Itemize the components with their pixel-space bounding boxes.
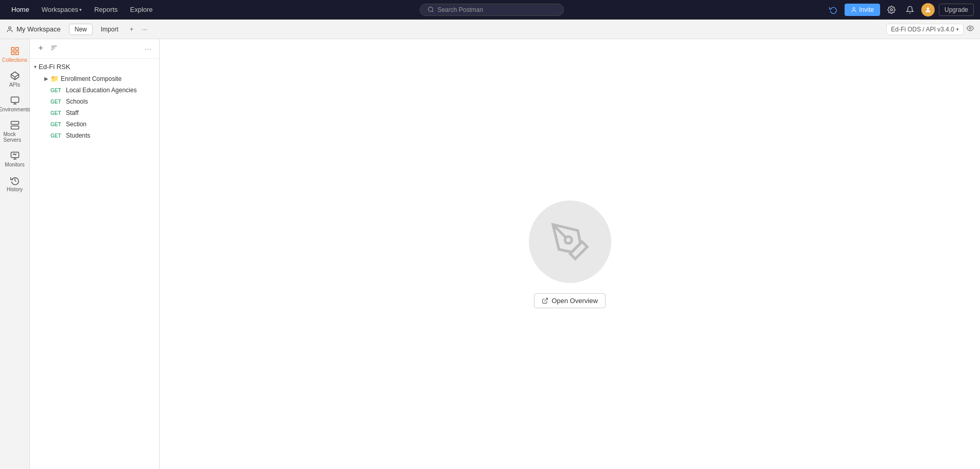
svg-line-31 (545, 298, 548, 301)
collection-root-name: Ed-Fi RSK (39, 63, 70, 71)
sidebar-environments-label: Environments (0, 107, 30, 112)
sidebar-item-apis[interactable]: APIs (2, 68, 28, 91)
request-name: Section (66, 121, 87, 128)
collection-panel: ··· ▾ Ed-Fi RSK ▶ 📁 Enrollment Composite… (30, 39, 160, 469)
open-overview-label: Open Overview (552, 297, 598, 305)
upgrade-button[interactable]: Upgrade (939, 4, 974, 16)
top-navigation: Home Workspaces ▾ Reports Explore Search… (0, 0, 980, 20)
search-placeholder: Search Postman (437, 6, 483, 13)
collection-toolbar: ··· (30, 39, 159, 59)
request-name: Local Education Agencies (66, 87, 136, 94)
invite-button[interactable]: Invite (845, 4, 880, 16)
request-section[interactable]: GET Section (30, 119, 159, 130)
svg-rect-9 (15, 52, 18, 55)
request-staff[interactable]: GET Staff (30, 107, 159, 119)
more-collection-options[interactable]: ··· (143, 44, 154, 54)
svg-line-14 (11, 74, 15, 77)
person-workspace-icon (6, 26, 13, 33)
svg-point-3 (890, 9, 892, 11)
nav-explore[interactable]: Explore (125, 4, 158, 15)
sidebar-collections-label: Collections (2, 57, 27, 63)
more-tabs-button[interactable]: ··· (139, 24, 150, 34)
sidebar-monitors-label: Monitors (5, 162, 24, 167)
main-content: Open Overview (160, 39, 980, 469)
workspace-bar-right: Ed-Fi ODS / API v3.4.0 ▾ (886, 24, 974, 35)
svg-rect-10 (11, 52, 14, 55)
svg-rect-15 (11, 97, 19, 103)
nav-home[interactable]: Home (6, 4, 35, 15)
chevron-down-icon: ▾ (956, 27, 959, 32)
external-link-icon (542, 297, 548, 304)
placeholder-area: Open Overview (529, 200, 611, 308)
add-collection-button[interactable] (35, 43, 46, 54)
mock-servers-icon (10, 121, 20, 130)
eye-icon[interactable] (967, 25, 974, 34)
collection-edfi-rsk: ▾ Ed-Fi RSK ▶ 📁 Enrollment Composite GET… (30, 61, 159, 141)
sidebar-history-label: History (7, 187, 23, 192)
sidebar-apis-label: APIs (9, 82, 20, 88)
request-schools[interactable]: GET Schools (30, 96, 159, 107)
svg-point-2 (853, 7, 855, 9)
search-bar[interactable]: Search Postman (420, 4, 564, 16)
apis-icon (10, 71, 20, 80)
sync-icon[interactable] (826, 3, 840, 17)
avatar[interactable] (921, 3, 935, 16)
svg-line-1 (432, 11, 433, 12)
request-name: Schools (66, 98, 88, 105)
chevron-right-icon: ▶ (44, 76, 48, 81)
sidebar-mock-servers-label: Mock Servers (4, 131, 26, 143)
method-get-badge: GET (50, 88, 63, 93)
folder-name: Enrollment Composite (61, 75, 122, 82)
method-get-badge: GET (50, 122, 63, 127)
person-icon (851, 7, 857, 13)
svg-rect-8 (15, 47, 18, 50)
folder-enrollment-composite[interactable]: ▶ 📁 Enrollment Composite (30, 73, 159, 85)
sidebar-item-mock-servers[interactable]: Mock Servers (2, 118, 28, 146)
sidebar-item-collections[interactable]: Collections (2, 43, 28, 66)
svg-point-30 (565, 237, 572, 243)
request-name: Staff (66, 109, 78, 116)
svg-rect-18 (11, 122, 19, 125)
request-name: Students (66, 132, 90, 139)
request-students[interactable]: GET Students (30, 130, 159, 141)
folder-icon: 📁 (50, 75, 59, 82)
top-nav-right: Invite Upgrade (826, 3, 974, 17)
request-local-education-agencies[interactable]: GET Local Education Agencies (30, 85, 159, 96)
nav-reports[interactable]: Reports (89, 4, 123, 15)
sort-collections-button[interactable] (48, 43, 60, 54)
add-tab-button[interactable]: + (127, 24, 137, 34)
open-overview-button[interactable]: Open Overview (534, 293, 606, 308)
new-button[interactable]: New (69, 24, 93, 35)
sidebar-item-environments[interactable]: Environments (2, 93, 28, 115)
collections-icon (10, 46, 20, 56)
svg-point-5 (9, 26, 11, 29)
svg-line-13 (15, 74, 19, 77)
environment-selector[interactable]: Ed-Fi ODS / API v3.4.0 ▾ (886, 24, 964, 35)
svg-rect-19 (11, 126, 19, 129)
method-get-badge: GET (50, 99, 63, 105)
collection-list: ▾ Ed-Fi RSK ▶ 📁 Enrollment Composite GET… (30, 59, 159, 469)
import-button[interactable]: Import (97, 24, 123, 35)
sidebar-item-monitors[interactable]: Monitors (2, 148, 28, 171)
main-layout: Collections APIs Environments Mock Serve… (0, 39, 980, 469)
svg-point-0 (428, 7, 433, 12)
pen-tool-icon (549, 221, 591, 262)
environments-icon (10, 96, 20, 105)
svg-point-4 (927, 7, 930, 10)
sidebar-item-history[interactable]: History (2, 173, 28, 195)
nav-workspaces[interactable]: Workspaces ▾ (37, 4, 87, 15)
history-icon (10, 176, 20, 185)
workspace-bar: My Workspace New Import + ··· Ed-Fi ODS … (0, 20, 980, 39)
method-get-badge: GET (50, 110, 63, 116)
sidebar-icons: Collections APIs Environments Mock Serve… (0, 39, 30, 469)
workspace-title[interactable]: My Workspace (6, 25, 61, 33)
notification-icon[interactable] (903, 3, 917, 17)
svg-point-6 (969, 27, 971, 29)
monitors-icon (10, 151, 20, 160)
chevron-down-icon: ▾ (34, 64, 37, 70)
collection-root-header[interactable]: ▾ Ed-Fi RSK (30, 61, 159, 73)
method-get-badge: GET (50, 133, 63, 139)
svg-rect-7 (11, 47, 14, 50)
settings-icon[interactable] (884, 3, 899, 17)
tab-area: + ··· (127, 24, 883, 34)
